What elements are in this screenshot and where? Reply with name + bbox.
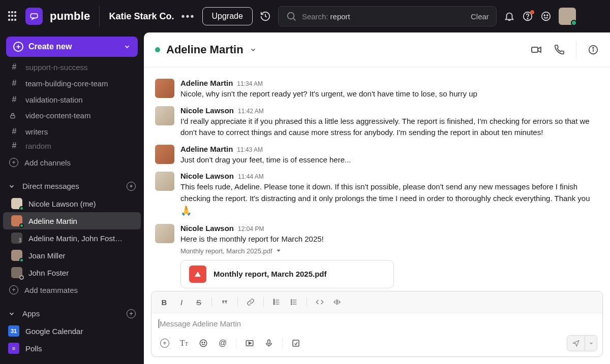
user-avatar[interactable] bbox=[559, 8, 576, 25]
phone-icon bbox=[554, 44, 565, 55]
app-icon: 31 bbox=[8, 325, 19, 337]
avatar bbox=[155, 145, 174, 164]
separator bbox=[307, 297, 307, 307]
help-button[interactable] bbox=[522, 11, 533, 22]
chevron-down-icon bbox=[589, 341, 594, 346]
channel-item[interactable]: #team-building-core-team bbox=[0, 75, 144, 91]
avatar bbox=[155, 79, 174, 98]
info-button[interactable] bbox=[588, 44, 599, 55]
search-input[interactable] bbox=[330, 12, 466, 21]
search-bar[interactable]: Search: Clear bbox=[278, 6, 497, 26]
app-icon: ≡ bbox=[8, 343, 19, 354]
add-teammates-label: Add teammates bbox=[24, 286, 78, 294]
notifications-button[interactable] bbox=[504, 11, 515, 22]
send-button[interactable] bbox=[567, 336, 585, 351]
channel-item[interactable]: video-content-team bbox=[0, 108, 144, 123]
hash-icon: # bbox=[9, 127, 19, 136]
record-video-button[interactable] bbox=[241, 335, 258, 351]
bold-button[interactable]: B bbox=[157, 294, 172, 310]
brand-name: pumble bbox=[50, 10, 90, 23]
smile-icon bbox=[540, 11, 552, 22]
add-app-button[interactable]: + bbox=[127, 309, 136, 318]
workspace-menu-button[interactable]: ••• bbox=[181, 11, 195, 22]
bullet-list-button[interactable] bbox=[286, 294, 301, 310]
channel-label: validation-station bbox=[25, 95, 83, 104]
send-icon bbox=[572, 339, 580, 347]
message-text: Nicole, why isn't the report ready yet? … bbox=[180, 88, 599, 100]
emoji-button[interactable] bbox=[195, 335, 211, 351]
add-teammates-button[interactable]: + Add teammates bbox=[0, 281, 144, 299]
chat-title[interactable]: Adeline Martin bbox=[166, 43, 243, 56]
channel-item[interactable]: #validation-station bbox=[0, 91, 144, 108]
message-time: 11:44 AM bbox=[238, 173, 264, 180]
plus-circle-icon: + bbox=[13, 42, 23, 52]
message-author[interactable]: Nicole Lawson bbox=[180, 106, 234, 115]
dm-item[interactable]: John Foster bbox=[3, 264, 141, 281]
svg-point-29 bbox=[200, 340, 207, 347]
message: Nicole Lawson12:04 PMHere is the monthly… bbox=[155, 224, 599, 288]
channel-item[interactable]: #random bbox=[0, 138, 144, 154]
history-icon bbox=[260, 11, 271, 22]
app-item[interactable]: 31Google Calendar bbox=[0, 322, 144, 340]
dm-label: Joan Miller bbox=[28, 251, 66, 260]
mention-button[interactable]: @ bbox=[215, 335, 231, 351]
create-new-button[interactable]: + Create new bbox=[6, 37, 138, 57]
code-button[interactable] bbox=[312, 294, 327, 310]
audio-call-button[interactable] bbox=[554, 44, 565, 55]
message-placeholder: Message Adeline Martin bbox=[160, 319, 241, 328]
message: Adeline Martin11:43 AMJust don't drag yo… bbox=[155, 145, 599, 166]
upgrade-button[interactable]: Upgrade bbox=[202, 7, 253, 25]
dm-item[interactable]: Joan Miller bbox=[3, 247, 141, 264]
video-call-button[interactable] bbox=[530, 44, 542, 56]
attachment-filename[interactable]: Monthly report, March 2025.pdf bbox=[180, 247, 599, 255]
channel-label: team-building-core-team bbox=[25, 79, 108, 88]
message-author[interactable]: Adeline Martin bbox=[180, 79, 233, 87]
history-button[interactable] bbox=[260, 11, 271, 22]
message-input[interactable]: Message Adeline Martin bbox=[151, 313, 602, 332]
link-button[interactable] bbox=[243, 294, 258, 310]
separator bbox=[237, 297, 238, 307]
italic-button[interactable]: I bbox=[174, 294, 189, 310]
hash-icon: # bbox=[9, 79, 19, 88]
message-author[interactable]: Adeline Martin bbox=[180, 145, 233, 153]
hash-icon: # bbox=[9, 141, 19, 150]
dm-item[interactable]: Nicole Lawson (me) bbox=[3, 195, 141, 212]
send-options-button[interactable] bbox=[585, 336, 597, 351]
svg-point-13 bbox=[593, 47, 594, 48]
add-channels-button[interactable]: + Add channels bbox=[0, 154, 144, 171]
chat-menu-button[interactable] bbox=[250, 46, 257, 53]
app-label: Google Calendar bbox=[25, 327, 83, 336]
pumble-logo-icon bbox=[25, 8, 43, 25]
dm-item[interactable]: Adeline Martin bbox=[3, 212, 141, 229]
workspace-name[interactable]: Katie Stark Co. bbox=[109, 11, 174, 22]
svg-point-24 bbox=[291, 300, 292, 301]
avatar bbox=[11, 250, 22, 261]
search-clear-button[interactable]: Clear bbox=[471, 12, 489, 21]
formatting-toggle[interactable]: TT bbox=[176, 335, 192, 351]
dm-section-header[interactable]: Direct messages + bbox=[0, 176, 144, 195]
svg-point-26 bbox=[291, 304, 292, 305]
app-launcher-icon[interactable] bbox=[8, 11, 18, 21]
shortcut-button[interactable] bbox=[288, 335, 304, 351]
apps-section-header[interactable]: Apps + bbox=[0, 304, 144, 322]
svg-point-6 bbox=[544, 15, 545, 16]
reactions-button[interactable] bbox=[540, 11, 552, 22]
divider bbox=[99, 6, 100, 26]
shortcut-icon bbox=[291, 339, 300, 348]
svg-point-7 bbox=[547, 15, 548, 16]
attach-button[interactable]: + bbox=[157, 335, 173, 351]
dots-icon: ••• bbox=[181, 11, 195, 22]
app-item[interactable]: ≡Polls bbox=[0, 340, 144, 357]
record-audio-button[interactable] bbox=[261, 335, 277, 351]
add-dm-button[interactable]: + bbox=[127, 181, 136, 191]
channel-item[interactable]: #support-n-success bbox=[0, 61, 144, 75]
message-author[interactable]: Nicole Lawson bbox=[180, 172, 234, 180]
dm-label: Adeline Martin, John Fost… bbox=[28, 234, 123, 243]
strike-button[interactable]: S bbox=[191, 294, 206, 310]
ordered-list-button[interactable]: 123 bbox=[269, 294, 284, 310]
dm-item[interactable]: 3Adeline Martin, John Fost… bbox=[3, 229, 141, 247]
attachment-card[interactable]: Monthly report, March 2025.pdf bbox=[180, 260, 394, 288]
quote-button[interactable] bbox=[217, 294, 232, 310]
codeblock-button[interactable] bbox=[329, 294, 345, 310]
message-author[interactable]: Nicole Lawson bbox=[180, 224, 234, 233]
